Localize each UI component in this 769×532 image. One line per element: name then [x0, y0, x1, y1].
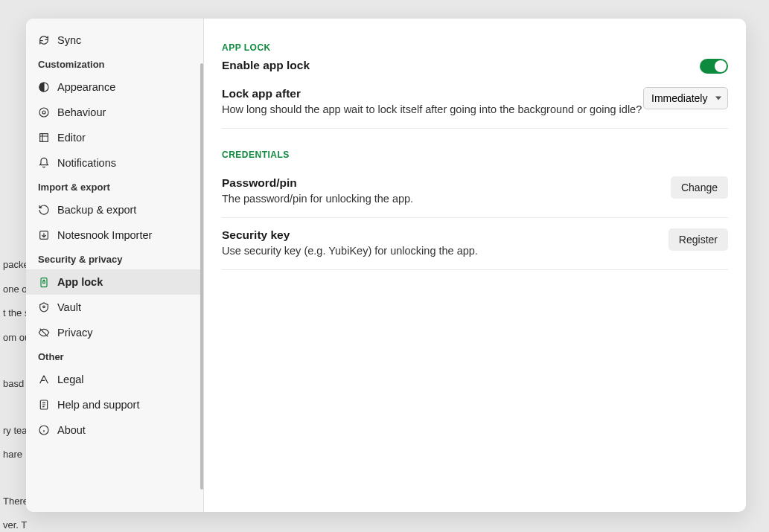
setting-text: Enable app lock — [222, 59, 310, 74]
svg-point-2 — [39, 108, 48, 117]
sidebar-item-label: Behaviour — [57, 106, 106, 118]
group-label: APP LOCK — [222, 42, 728, 53]
settings-group: APP LOCKEnable app lockLock app afterHow… — [222, 42, 728, 129]
sidebar-item-label: Notifications — [57, 157, 116, 169]
svg-point-7 — [43, 306, 45, 308]
sidebar-item-legal[interactable]: Legal — [26, 367, 203, 392]
scrollbar[interactable] — [200, 63, 203, 490]
setting-title: Security key — [222, 228, 478, 242]
sidebar-item-label: Vault — [57, 301, 81, 313]
settings-sidebar: SyncCustomizationAppearanceBehaviourEdit… — [26, 19, 204, 512]
sidebar-item-appearance[interactable]: Appearance — [26, 74, 203, 100]
privacy-icon — [38, 327, 50, 339]
sidebar-item-notesnook-importer[interactable]: Notesnook Importer — [26, 222, 203, 248]
sidebar-item-label: App lock — [57, 276, 103, 288]
about-icon — [38, 424, 50, 436]
setting-description: How long should the app wait to lock its… — [222, 102, 642, 118]
setting-description: The password/pin for unlocking the app. — [222, 191, 413, 207]
setting-text: Lock app afterHow long should the app wa… — [222, 87, 642, 118]
sidebar-section-header: Other — [26, 345, 203, 367]
setting-row: Lock app afterHow long should the app wa… — [222, 77, 728, 129]
change-button[interactable]: Change — [671, 176, 728, 199]
sidebar-item-label: Privacy — [57, 327, 93, 339]
toggle-switch[interactable] — [700, 59, 728, 74]
sidebar-item-label: Help and support — [57, 399, 139, 411]
setting-text: Password/pinThe password/pin for unlocki… — [222, 176, 413, 207]
sidebar-item-backup-export[interactable]: Backup & export — [26, 197, 203, 222]
behaviour-icon — [38, 106, 50, 118]
sidebar-item-label: Notesnook Importer — [57, 229, 152, 241]
sidebar-item-editor[interactable]: Editor — [26, 125, 203, 150]
settings-content: APP LOCKEnable app lockLock app afterHow… — [204, 19, 746, 512]
toggle-knob — [715, 60, 727, 72]
sidebar-item-label: Appearance — [57, 81, 115, 93]
svg-rect-5 — [41, 278, 47, 287]
setting-row: Password/pinThe password/pin for unlocki… — [222, 166, 728, 218]
sidebar-item-privacy[interactable]: Privacy — [26, 320, 203, 345]
sidebar-item-label: Legal — [57, 374, 83, 385]
sidebar-item-label: Backup & export — [57, 204, 136, 216]
notifications-icon — [38, 157, 50, 169]
settings-modal: SyncCustomizationAppearanceBehaviourEdit… — [26, 19, 746, 512]
sidebar-section-header: Security & privacy — [26, 248, 203, 269]
svg-rect-6 — [43, 281, 45, 283]
backup-icon — [38, 204, 50, 216]
sidebar-section-header: Customization — [26, 53, 203, 74]
importer-icon — [38, 229, 50, 241]
lock-after-select[interactable]: Immediately — [643, 87, 728, 109]
setting-title: Lock app after — [222, 87, 642, 100]
setting-description: Use security key (e.g. YubiKey) for unlo… — [222, 243, 478, 259]
setting-text: Security keyUse security key (e.g. YubiK… — [222, 228, 478, 259]
vault-icon — [38, 301, 50, 313]
settings-group: CREDENTIALSPassword/pinThe password/pin … — [222, 150, 728, 270]
register-button[interactable]: Register — [669, 228, 728, 251]
sidebar-item-label: About — [57, 424, 86, 436]
help-icon — [38, 399, 50, 411]
sidebar-item-help-and-support[interactable]: Help and support — [26, 392, 203, 417]
sidebar-item-vault[interactable]: Vault — [26, 295, 203, 320]
svg-rect-3 — [40, 134, 48, 142]
sidebar-item-app-lock[interactable]: App lock — [26, 269, 203, 295]
appearance-icon — [38, 81, 50, 93]
sidebar-item-notifications[interactable]: Notifications — [26, 150, 203, 176]
setting-row: Enable app lock — [222, 59, 728, 77]
select-wrap: Immediately — [643, 87, 728, 109]
sync-icon — [38, 34, 50, 46]
legal-icon — [38, 374, 50, 385]
sidebar-item-label: Sync — [57, 34, 81, 46]
sidebar-item-behaviour[interactable]: Behaviour — [26, 100, 203, 125]
sidebar-section-header: Import & export — [26, 176, 203, 197]
editor-icon — [38, 132, 50, 144]
setting-row: Security keyUse security key (e.g. YubiK… — [222, 218, 728, 270]
group-label: CREDENTIALS — [222, 150, 728, 160]
setting-title: Password/pin — [222, 176, 413, 190]
sidebar-item-about[interactable]: About — [26, 417, 203, 443]
sidebar-item-label: Editor — [57, 132, 86, 144]
svg-point-1 — [42, 111, 45, 114]
sidebar-item-sync[interactable]: Sync — [26, 28, 203, 53]
applock-icon — [38, 276, 50, 288]
setting-title: Enable app lock — [222, 59, 310, 72]
